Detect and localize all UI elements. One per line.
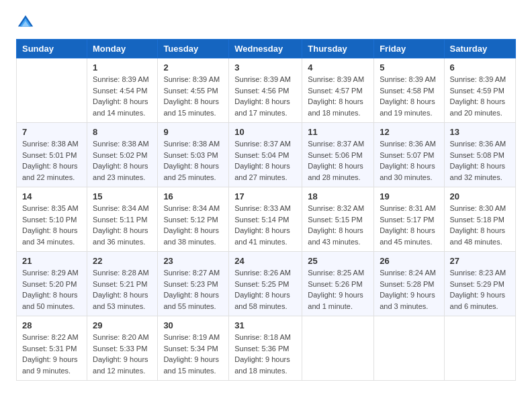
calendar-cell: 14Sunrise: 8:35 AMSunset: 5:10 PMDayligh… — [17, 187, 87, 252]
calendar-cell: 20Sunrise: 8:30 AMSunset: 5:18 PMDayligh… — [444, 187, 515, 252]
day-info: Sunrise: 8:25 AMSunset: 5:26 PMDaylight:… — [308, 267, 368, 312]
day-info: Sunrise: 8:22 AMSunset: 5:31 PMDaylight:… — [22, 332, 81, 376]
day-info: Sunrise: 8:36 AMSunset: 5:07 PMDaylight:… — [380, 138, 438, 183]
week-row-3: 14Sunrise: 8:35 AMSunset: 5:10 PMDayligh… — [17, 187, 516, 252]
calendar-cell: 8Sunrise: 8:38 AMSunset: 5:02 PMDaylight… — [87, 123, 158, 187]
calendar-cell: 24Sunrise: 8:26 AMSunset: 5:25 PMDayligh… — [229, 252, 302, 316]
calendar-cell: 22Sunrise: 8:28 AMSunset: 5:21 PMDayligh… — [87, 252, 158, 316]
day-number: 19 — [380, 191, 438, 201]
calendar-cell: 1Sunrise: 8:39 AMSunset: 4:54 PMDaylight… — [87, 58, 158, 123]
col-header-tuesday: Tuesday — [158, 40, 229, 58]
day-info: Sunrise: 8:39 AMSunset: 4:58 PMDaylight:… — [380, 74, 438, 118]
day-info: Sunrise: 8:39 AMSunset: 4:54 PMDaylight:… — [93, 74, 152, 118]
calendar-cell: 9Sunrise: 8:38 AMSunset: 5:03 PMDaylight… — [158, 123, 229, 187]
day-info: Sunrise: 8:18 AMSunset: 5:36 PMDaylight:… — [234, 332, 296, 376]
day-number: 10 — [234, 127, 296, 137]
day-number: 2 — [163, 62, 223, 73]
calendar-cell: 15Sunrise: 8:34 AMSunset: 5:11 PMDayligh… — [87, 187, 158, 252]
day-number: 31 — [234, 320, 296, 330]
day-number: 30 — [163, 320, 223, 330]
day-number: 24 — [234, 256, 296, 266]
day-info: Sunrise: 8:33 AMSunset: 5:14 PMDaylight:… — [234, 203, 296, 247]
calendar-cell — [444, 316, 515, 381]
day-number: 16 — [163, 191, 223, 201]
calendar-cell: 31Sunrise: 8:18 AMSunset: 5:36 PMDayligh… — [229, 316, 302, 381]
day-info: Sunrise: 8:23 AMSunset: 5:29 PMDaylight:… — [450, 267, 510, 312]
calendar-cell — [17, 58, 87, 123]
day-info: Sunrise: 8:30 AMSunset: 5:18 PMDaylight:… — [450, 203, 510, 247]
calendar-cell — [302, 316, 374, 381]
day-info: Sunrise: 8:36 AMSunset: 5:08 PMDaylight:… — [450, 138, 510, 183]
calendar-cell: 6Sunrise: 8:39 AMSunset: 4:59 PMDaylight… — [444, 58, 515, 123]
day-info: Sunrise: 8:20 AMSunset: 5:33 PMDaylight:… — [93, 332, 152, 376]
calendar-table: SundayMondayTuesdayWednesdayThursdayFrid… — [16, 39, 516, 381]
day-info: Sunrise: 8:24 AMSunset: 5:28 PMDaylight:… — [380, 267, 438, 312]
calendar-cell: 29Sunrise: 8:20 AMSunset: 5:33 PMDayligh… — [87, 316, 158, 381]
page-header — [16, 13, 516, 32]
day-number: 12 — [380, 127, 438, 137]
day-number: 14 — [22, 191, 81, 201]
day-number: 22 — [93, 256, 152, 266]
day-number: 13 — [450, 127, 510, 137]
week-row-5: 28Sunrise: 8:22 AMSunset: 5:31 PMDayligh… — [17, 316, 516, 381]
day-number: 9 — [163, 127, 223, 137]
day-number: 3 — [234, 62, 296, 73]
day-info: Sunrise: 8:38 AMSunset: 5:01 PMDaylight:… — [22, 138, 81, 183]
day-number: 5 — [380, 62, 438, 73]
day-info: Sunrise: 8:37 AMSunset: 5:06 PMDaylight:… — [308, 138, 368, 183]
calendar-cell: 10Sunrise: 8:37 AMSunset: 5:04 PMDayligh… — [229, 123, 302, 187]
week-row-2: 7Sunrise: 8:38 AMSunset: 5:01 PMDaylight… — [17, 123, 516, 187]
day-number: 21 — [22, 256, 81, 266]
day-info: Sunrise: 8:39 AMSunset: 4:55 PMDaylight:… — [163, 74, 223, 118]
day-number: 20 — [450, 191, 510, 201]
calendar-cell: 2Sunrise: 8:39 AMSunset: 4:55 PMDaylight… — [158, 58, 229, 123]
day-info: Sunrise: 8:39 AMSunset: 4:56 PMDaylight:… — [234, 74, 296, 118]
logo — [16, 13, 38, 32]
day-number: 26 — [380, 256, 438, 266]
day-number: 23 — [163, 256, 223, 266]
day-info: Sunrise: 8:19 AMSunset: 5:34 PMDaylight:… — [163, 332, 223, 376]
day-info: Sunrise: 8:39 AMSunset: 4:57 PMDaylight:… — [308, 74, 368, 118]
week-row-1: 1Sunrise: 8:39 AMSunset: 4:54 PMDaylight… — [17, 58, 516, 123]
col-header-friday: Friday — [374, 40, 444, 58]
day-info: Sunrise: 8:31 AMSunset: 5:17 PMDaylight:… — [380, 203, 438, 247]
col-header-saturday: Saturday — [444, 40, 515, 58]
day-info: Sunrise: 8:38 AMSunset: 5:03 PMDaylight:… — [163, 138, 223, 183]
calendar-cell: 17Sunrise: 8:33 AMSunset: 5:14 PMDayligh… — [229, 187, 302, 252]
day-number: 17 — [234, 191, 296, 201]
calendar-cell: 28Sunrise: 8:22 AMSunset: 5:31 PMDayligh… — [17, 316, 87, 381]
day-number: 11 — [308, 127, 368, 137]
col-header-thursday: Thursday — [302, 40, 374, 58]
day-info: Sunrise: 8:26 AMSunset: 5:25 PMDaylight:… — [234, 267, 296, 312]
day-number: 27 — [450, 256, 510, 266]
col-header-wednesday: Wednesday — [229, 40, 302, 58]
day-number: 7 — [22, 127, 81, 137]
calendar-cell: 7Sunrise: 8:38 AMSunset: 5:01 PMDaylight… — [17, 123, 87, 187]
day-info: Sunrise: 8:32 AMSunset: 5:15 PMDaylight:… — [308, 203, 368, 247]
day-number: 18 — [308, 191, 368, 201]
col-header-sunday: Sunday — [17, 40, 87, 58]
calendar-cell: 18Sunrise: 8:32 AMSunset: 5:15 PMDayligh… — [302, 187, 374, 252]
day-info: Sunrise: 8:39 AMSunset: 4:59 PMDaylight:… — [450, 74, 510, 118]
day-info: Sunrise: 8:28 AMSunset: 5:21 PMDaylight:… — [93, 267, 152, 312]
day-info: Sunrise: 8:35 AMSunset: 5:10 PMDaylight:… — [22, 203, 81, 247]
calendar-cell: 12Sunrise: 8:36 AMSunset: 5:07 PMDayligh… — [374, 123, 444, 187]
calendar-cell: 25Sunrise: 8:25 AMSunset: 5:26 PMDayligh… — [302, 252, 374, 316]
calendar-cell: 5Sunrise: 8:39 AMSunset: 4:58 PMDaylight… — [374, 58, 444, 123]
calendar-cell: 13Sunrise: 8:36 AMSunset: 5:08 PMDayligh… — [444, 123, 515, 187]
calendar-cell: 21Sunrise: 8:29 AMSunset: 5:20 PMDayligh… — [17, 252, 87, 316]
day-number: 29 — [93, 320, 152, 330]
calendar-cell: 26Sunrise: 8:24 AMSunset: 5:28 PMDayligh… — [374, 252, 444, 316]
logo-icon — [16, 13, 35, 32]
calendar-cell: 30Sunrise: 8:19 AMSunset: 5:34 PMDayligh… — [158, 316, 229, 381]
day-info: Sunrise: 8:27 AMSunset: 5:23 PMDaylight:… — [163, 267, 223, 312]
calendar-cell: 11Sunrise: 8:37 AMSunset: 5:06 PMDayligh… — [302, 123, 374, 187]
day-info: Sunrise: 8:29 AMSunset: 5:20 PMDaylight:… — [22, 267, 81, 312]
day-number: 4 — [308, 62, 368, 73]
day-info: Sunrise: 8:34 AMSunset: 5:12 PMDaylight:… — [163, 203, 223, 247]
calendar-cell: 19Sunrise: 8:31 AMSunset: 5:17 PMDayligh… — [374, 187, 444, 252]
day-number: 15 — [93, 191, 152, 201]
calendar-cell — [374, 316, 444, 381]
column-headers: SundayMondayTuesdayWednesdayThursdayFrid… — [17, 40, 516, 58]
week-row-4: 21Sunrise: 8:29 AMSunset: 5:20 PMDayligh… — [17, 252, 516, 316]
